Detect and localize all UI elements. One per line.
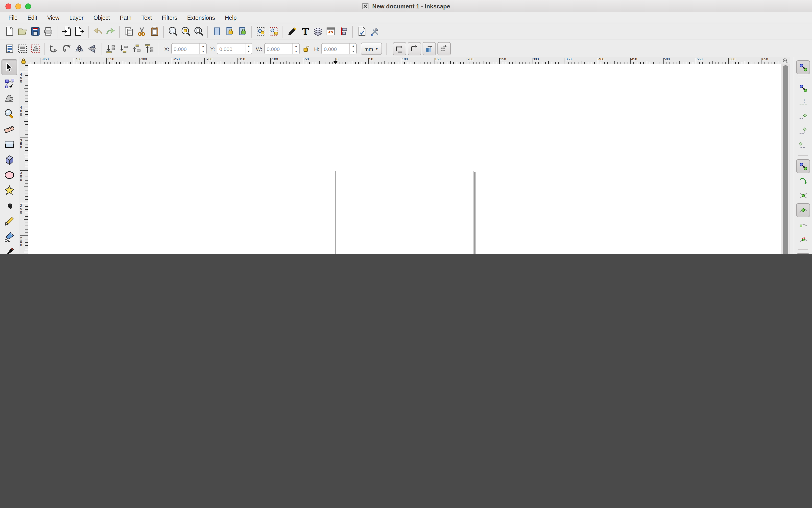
edit-undo-button[interactable]: [91, 25, 104, 38]
spiral-tool[interactable]: [2, 198, 17, 213]
app-icon: [362, 2, 369, 10]
document-export-button[interactable]: [73, 25, 86, 38]
menu-layer[interactable]: Layer: [65, 13, 88, 22]
document-page[interactable]: [335, 171, 474, 254]
horizontal-ruler[interactable]: -450-400-350-300-250-200-150-100-5005010…: [28, 57, 781, 65]
text-dialog-button[interactable]: T: [298, 25, 311, 38]
separator: [352, 26, 353, 37]
edit-cut-button[interactable]: [135, 25, 148, 38]
hruler-label: 500: [664, 57, 670, 61]
sticky-zoom-icon[interactable]: [781, 57, 790, 64]
deselect-button[interactable]: [29, 42, 42, 55]
lower-to-bottom-button[interactable]: [104, 42, 117, 55]
hruler-pointer-marker: [333, 61, 337, 64]
menu-edit[interactable]: Edit: [23, 13, 42, 22]
flip-vertical-button[interactable]: [86, 42, 98, 55]
zoom-tool[interactable]: [2, 107, 17, 121]
edit-redo-button[interactable]: [104, 25, 117, 38]
align-distribute-dialog-button[interactable]: [337, 25, 350, 38]
menu-extensions[interactable]: Extensions: [182, 13, 219, 22]
vertical-scrollbar-thumb[interactable]: [783, 65, 788, 254]
star-tool[interactable]: [2, 183, 17, 198]
rotate-90-ccw-button[interactable]: [47, 42, 60, 55]
lower-one-step-button[interactable]: [117, 42, 130, 55]
title-bar[interactable]: New document 1 - Inkscape: [0, 0, 812, 13]
canvas[interactable]: [28, 64, 781, 254]
measure-tool[interactable]: [2, 122, 17, 136]
document-print-button[interactable]: [42, 25, 54, 38]
snap-path-intersections-toggle[interactable]: [797, 189, 810, 202]
select-all-layers-button[interactable]: [16, 42, 29, 55]
snap-enable-toggle[interactable]: [796, 60, 810, 74]
x-spinbox[interactable]: 0.000▲▼: [171, 43, 207, 54]
group-objects-button[interactable]: [254, 25, 267, 38]
node-editor-tool[interactable]: [2, 76, 17, 90]
ellipse-tool[interactable]: [2, 168, 17, 182]
calligraphy-tool[interactable]: [2, 244, 17, 254]
ungroup-objects-button[interactable]: [267, 25, 280, 38]
layers-dialog-button[interactable]: [311, 25, 324, 38]
box-3d-tool[interactable]: [2, 152, 17, 167]
snap-nodes-toggle[interactable]: [796, 159, 810, 173]
tweak-tool[interactable]: [2, 91, 17, 106]
pen-tool[interactable]: [2, 229, 17, 244]
pencil-tool[interactable]: [2, 214, 17, 228]
w-spinbox[interactable]: 0.000▲▼: [264, 43, 300, 54]
hruler-label: 550: [697, 57, 702, 61]
edit-paste-button[interactable]: [148, 25, 161, 38]
snap-bbox-edges-toggle[interactable]: [797, 96, 810, 109]
fill-stroke-dialog-button[interactable]: [286, 25, 298, 38]
raise-to-top-button[interactable]: [143, 42, 155, 55]
flip-horizontal-button[interactable]: [73, 42, 86, 55]
scale-rect-corners-toggle[interactable]: [408, 42, 421, 55]
xml-editor-button[interactable]: <>: [324, 25, 337, 38]
rotate-90-cw-button[interactable]: [60, 42, 73, 55]
menu-text[interactable]: Text: [137, 13, 156, 22]
document-new-button[interactable]: [3, 25, 16, 38]
lock-width-height-toggle[interactable]: [303, 45, 310, 52]
zoom-page-button[interactable]: [192, 25, 205, 38]
menu-path[interactable]: Path: [115, 13, 136, 22]
duplicate-button[interactable]: [210, 25, 223, 38]
menu-filters[interactable]: Filters: [157, 13, 182, 22]
snap-bounding-box-toggle[interactable]: [797, 82, 810, 94]
menu-view[interactable]: View: [43, 13, 64, 22]
transform-gradients-toggle[interactable]: [422, 42, 436, 55]
document-open-button[interactable]: [16, 25, 29, 38]
unlink-clone-button[interactable]: [236, 25, 249, 38]
menu-object[interactable]: Object: [89, 13, 115, 22]
preferences-button[interactable]: [368, 25, 381, 38]
snap-bbox-centers-toggle[interactable]: [797, 139, 810, 152]
raise-one-step-button[interactable]: [130, 42, 143, 55]
vertical-ruler[interactable]: 450400350300250200150100500-50-100-150: [19, 64, 28, 254]
scale-stroke-width-toggle[interactable]: [393, 42, 406, 55]
snap-others-toggle[interactable]: [796, 253, 810, 254]
menu-file[interactable]: File: [4, 13, 22, 22]
edit-copy-button[interactable]: [122, 25, 135, 38]
rectangle-tool[interactable]: [2, 137, 17, 152]
snap-line-midpoints-toggle[interactable]: [797, 233, 810, 246]
zoom-selection-button[interactable]: [166, 25, 179, 38]
transform-patterns-toggle[interactable]: [437, 42, 451, 55]
snap-smooth-nodes-toggle[interactable]: [797, 219, 810, 231]
select-all-button[interactable]: [3, 42, 16, 55]
snap-to-paths-toggle[interactable]: [797, 175, 810, 187]
document-import-icon: [61, 26, 72, 37]
unit-dropdown[interactable]: mm▼: [361, 43, 382, 55]
y-spinbox[interactable]: 0.000▲▼: [217, 43, 253, 54]
snap-bbox-edge-midpoints-toggle[interactable]: [797, 125, 810, 137]
create-clone-button[interactable]: [223, 25, 236, 38]
document-import-button[interactable]: [60, 25, 73, 38]
selector-tool[interactable]: [1, 59, 17, 75]
vertical-scrollbar[interactable]: [781, 64, 790, 254]
menu-help[interactable]: Help: [220, 13, 241, 22]
snap-cusp-nodes-toggle[interactable]: [796, 203, 810, 217]
document-properties-button[interactable]: [355, 25, 368, 38]
zoom-drawing-button[interactable]: [179, 25, 192, 38]
hruler-label: 600: [730, 57, 735, 61]
h-spinbox[interactable]: 0.000▲▼: [321, 43, 357, 54]
document-save-button[interactable]: [29, 25, 42, 38]
lock-guides-toggle[interactable]: [19, 57, 28, 64]
snap-bbox-corners-toggle[interactable]: [797, 110, 810, 123]
hruler-label: 400: [599, 57, 604, 61]
